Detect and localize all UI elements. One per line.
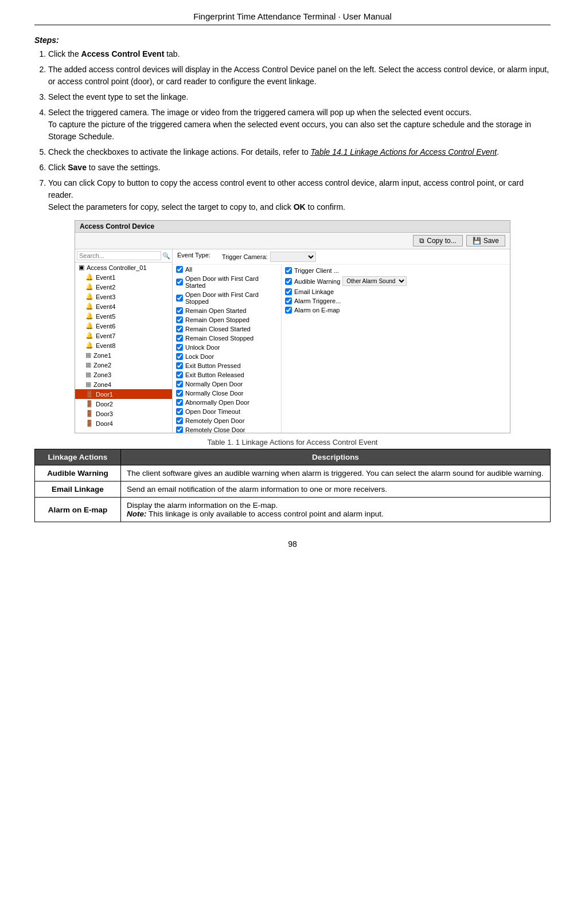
event-checkbox-16[interactable] bbox=[176, 426, 183, 433]
event-label: Remain Open Started bbox=[185, 307, 246, 314]
tree-item-label: Event5 bbox=[96, 313, 115, 320]
event-item-2: Open Door with First Card Stopped bbox=[173, 290, 281, 306]
tree-item-door1[interactable]: 🚪 Door1 bbox=[75, 389, 172, 399]
linkage-table: Linkage Actions Descriptions Audible War… bbox=[34, 449, 551, 522]
event-icon: 🔔 bbox=[85, 332, 93, 339]
event-icon: 🔔 bbox=[85, 322, 93, 330]
tree-item-door2[interactable]: 🚪 Door2 bbox=[75, 399, 172, 409]
event-checkbox-3[interactable] bbox=[176, 307, 183, 314]
action-checkbox-emap[interactable] bbox=[285, 307, 292, 314]
event-checkbox-2[interactable] bbox=[176, 295, 183, 302]
screenshot-body: 🔍 ▣ Access Controller_01 🔔 Event1 🔔 Even… bbox=[75, 249, 510, 433]
save-button[interactable]: 💾 Save bbox=[466, 235, 505, 246]
event-icon: 🔔 bbox=[85, 283, 93, 291]
event-checkbox-7[interactable] bbox=[176, 344, 183, 351]
door-icon: 🚪 bbox=[85, 420, 93, 427]
tree-item-door3[interactable]: 🚪 Door3 bbox=[75, 409, 172, 418]
tree-item-label: Event2 bbox=[96, 284, 115, 291]
event-checkbox-4[interactable] bbox=[176, 316, 183, 323]
controller-icon: ▣ bbox=[79, 264, 84, 271]
page-number: 98 bbox=[34, 539, 551, 549]
event-checkbox-9[interactable] bbox=[176, 362, 183, 369]
tree-item-event3[interactable]: 🔔 Event3 bbox=[75, 292, 172, 302]
action-audible-warning: Audible Warning Other Alarm Sound Defaul… bbox=[285, 275, 506, 287]
action-checkbox-email[interactable] bbox=[285, 288, 292, 295]
event-item-15: Remotely Open Door bbox=[173, 416, 281, 425]
tree-item-label: Event1 bbox=[96, 274, 115, 281]
event-icon: 🔔 bbox=[85, 293, 93, 300]
trigger-camera-area: Trigger Camera: bbox=[222, 252, 316, 262]
tree-item-event2[interactable]: 🔔 Event2 bbox=[75, 282, 172, 292]
step-2: The added access control devices will di… bbox=[48, 64, 551, 88]
tree-item-event8[interactable]: 🔔 Event8 bbox=[75, 340, 172, 350]
emap-note-label: Note: bbox=[127, 510, 147, 518]
screenshot-window: Access Control Device ⧉ Copy to... 💾 Sav… bbox=[75, 220, 510, 433]
action-checkbox-alarm[interactable] bbox=[285, 297, 292, 304]
screenshot-titlebar: Access Control Device bbox=[75, 221, 510, 233]
event-checkbox-10[interactable] bbox=[176, 371, 183, 378]
event-label: Abnormally Open Door bbox=[185, 399, 249, 406]
event-item-8: Lock Door bbox=[173, 352, 281, 361]
tree-item-event4[interactable]: 🔔 Event4 bbox=[75, 302, 172, 311]
tree-item-zone3[interactable]: ▦ Zone3 bbox=[75, 370, 172, 379]
event-icon: 🔔 bbox=[85, 273, 93, 281]
event-checkbox-8[interactable] bbox=[176, 353, 183, 360]
event-icon: 🔔 bbox=[85, 303, 93, 310]
tree-item-event5[interactable]: 🔔 Event5 bbox=[75, 311, 172, 321]
action-checkbox-audible[interactable] bbox=[285, 278, 292, 285]
tree-item-label: Zone4 bbox=[93, 381, 111, 388]
tree-item-zone4[interactable]: ▦ Zone4 bbox=[75, 379, 172, 389]
copy-to-button[interactable]: ⧉ Copy to... bbox=[413, 235, 462, 246]
search-input[interactable] bbox=[77, 251, 161, 260]
tree-item-event7[interactable]: 🔔 Event7 bbox=[75, 331, 172, 340]
event-checkbox-15[interactable] bbox=[176, 417, 183, 424]
table-cell-desc-email: Send an email notification of the alarm … bbox=[121, 481, 551, 498]
tree-item-zone2[interactable]: ▦ Zone2 bbox=[75, 360, 172, 370]
save-icon: 💾 bbox=[473, 237, 481, 245]
event-label: Exit Button Released bbox=[185, 371, 244, 378]
tree-item-zone1[interactable]: ▦ Zone1 bbox=[75, 350, 172, 360]
table-cell-desc-emap: Display the alarm information on the E-m… bbox=[121, 498, 551, 522]
event-label: Lock Door bbox=[185, 353, 214, 360]
step-1-bold: Access Control Event bbox=[81, 49, 165, 58]
tree-item-event6[interactable]: 🔔 Event6 bbox=[75, 321, 172, 331]
event-checkbox-14[interactable] bbox=[176, 408, 183, 415]
emap-desc-main: Display the alarm information on the E-m… bbox=[127, 501, 278, 510]
tree-item-label: Door3 bbox=[96, 410, 113, 417]
event-item-5: Remain Closed Started bbox=[173, 324, 281, 334]
other-sound-select[interactable]: Other Alarm Sound Default Sound bbox=[342, 276, 407, 286]
event-checkbox-6[interactable] bbox=[176, 335, 183, 342]
event-checkbox-13[interactable] bbox=[176, 399, 183, 406]
action-trigger-client: Trigger Client ... bbox=[285, 266, 506, 275]
search-icon[interactable]: 🔍 bbox=[162, 252, 170, 260]
step-3: Select the event type to set the linkage… bbox=[48, 91, 551, 103]
tree-item-controller[interactable]: ▣ Access Controller_01 bbox=[75, 263, 172, 272]
event-label: Unlock Door bbox=[185, 344, 220, 351]
event-item-16: Remotely Close Door bbox=[173, 425, 281, 433]
zone-icon: ▦ bbox=[85, 351, 91, 359]
trigger-camera-select[interactable] bbox=[270, 252, 316, 262]
event-item-12: Normally Close Door bbox=[173, 389, 281, 398]
screenshot-title: Access Control Device bbox=[80, 222, 154, 230]
event-label: Exit Button Pressed bbox=[185, 362, 241, 369]
action-checkbox-trigger[interactable] bbox=[285, 267, 292, 274]
tree-item-label: Zone3 bbox=[93, 371, 111, 378]
step-5-table-ref: Table 14.1 Linkage Actions for Access Co… bbox=[311, 147, 497, 156]
tree-item-event1[interactable]: 🔔 Event1 bbox=[75, 272, 172, 282]
event-label: Normally Close Door bbox=[185, 390, 243, 397]
table-row-audible: Audible Warning The client software give… bbox=[35, 465, 551, 481]
event-label: Open Door Timeout bbox=[185, 408, 240, 415]
event-checkbox-12[interactable] bbox=[176, 390, 183, 397]
event-checkbox-11[interactable] bbox=[176, 381, 183, 387]
event-checkbox-5[interactable] bbox=[176, 326, 183, 332]
event-checkbox-1[interactable] bbox=[176, 279, 183, 285]
tree-item-label: Event7 bbox=[96, 332, 115, 339]
door-icon: 🚪 bbox=[85, 400, 93, 408]
event-checkbox-all[interactable] bbox=[176, 266, 183, 273]
action-label: Alarm Triggere... bbox=[294, 297, 341, 304]
event-label: Remain Closed Stopped bbox=[185, 335, 253, 342]
event-item-13: Abnormally Open Door bbox=[173, 398, 281, 407]
tree-item-label: Event8 bbox=[96, 342, 115, 349]
tree-item-door4[interactable]: 🚪 Door4 bbox=[75, 418, 172, 428]
panel-content: All Open Door with First Card Started Op… bbox=[173, 265, 510, 433]
